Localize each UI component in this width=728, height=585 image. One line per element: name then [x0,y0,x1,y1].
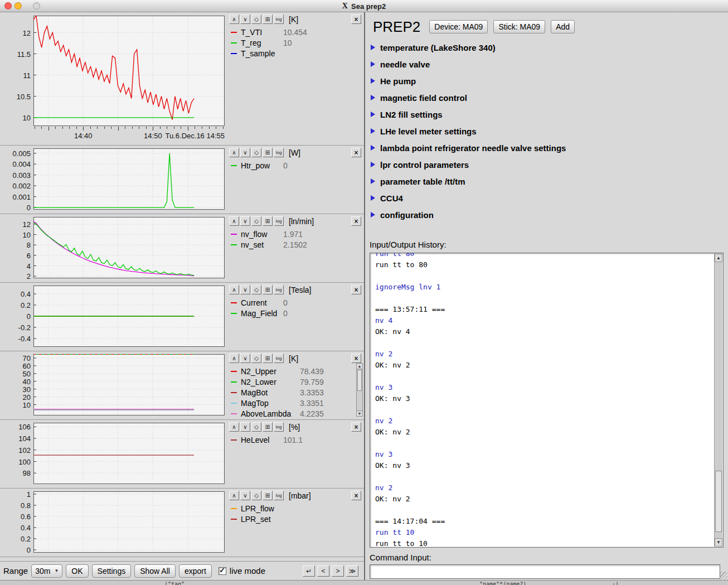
chart-plot[interactable] [33,423,225,484]
tree-item[interactable]: He pump [365,72,728,89]
chart-plot[interactable] [33,148,225,210]
zoom-grid-button[interactable]: ⊞ [263,148,273,157]
tree-item[interactable]: lambda point refrigerator needle valve s… [365,139,728,156]
chart-close-button[interactable]: × [351,354,361,363]
autoscale-button[interactable]: ◇ [251,422,261,432]
zoom-grid-button[interactable]: ⊞ [263,354,273,363]
autoscale-button[interactable]: ◇ [251,491,261,500]
log-scale-button[interactable]: log [274,216,284,226]
log-scale-button[interactable]: log [274,148,284,157]
sea-prep2-window: X Sea prep2 1211.51110.51014:4014:50Tu.6… [0,0,728,585]
scale-down-button[interactable]: ∨ [240,422,250,432]
scale-down-button[interactable]: ∨ [240,285,250,294]
scale-up-button[interactable]: ∧ [229,422,239,432]
tree-item-label: temperature (LakeShore 340) [380,43,496,52]
log-scale-button[interactable]: log [274,285,284,294]
chart-plot[interactable] [33,354,225,415]
scale-up-button[interactable]: ∧ [229,216,239,226]
tree-item[interactable]: CCU4 [365,190,728,206]
settings-button[interactable]: Settings [92,564,132,578]
chart-close-button[interactable]: × [351,148,361,157]
tree-item[interactable]: configuration [365,206,728,223]
autoscale-button[interactable]: ◇ [251,216,261,226]
add-button[interactable]: Add [551,20,575,33]
legend-scroll-thumb[interactable] [357,370,362,391]
series-color-dash [231,244,237,245]
scroll-thumb[interactable] [715,471,722,532]
scroll-down-icon[interactable]: ▼ [715,538,722,547]
scale-down-button[interactable]: ∨ [240,216,250,226]
tree-item[interactable]: parameter table /tt/tm [365,173,728,190]
log-scale-button[interactable]: log [274,14,284,24]
history-nav-group: ↵ < > ≫ [303,565,358,577]
tree-item[interactable]: LHe level meter settings [365,123,728,139]
chart-close-button[interactable]: × [351,422,361,432]
scale-down-button[interactable]: ∨ [240,491,250,500]
y-tick-label: 50 [23,370,31,378]
scroll-down-icon[interactable]: ▼ [357,410,362,416]
zoom-grid-button[interactable]: ⊞ [263,491,273,500]
history-scrollbar[interactable]: ▲ ▼ [714,254,722,547]
scale-down-button[interactable]: ∨ [240,354,250,363]
autoscale-button[interactable]: ◇ [251,354,261,363]
legend-scrollbar[interactable]: ▲▼ [356,363,363,417]
chart-plot[interactable] [33,286,225,347]
log-scale-button[interactable]: log [274,422,284,432]
scroll-up-icon[interactable]: ▲ [357,364,362,369]
series-color-dash [231,53,237,54]
zoom-grid-button[interactable]: ⊞ [263,422,273,432]
tree-item-label: LN2 fill settings [380,110,443,119]
resize-grip[interactable] [720,572,727,579]
autoscale-button[interactable]: ◇ [251,14,261,24]
triangle-icon [371,112,375,117]
history-line: nv 2 [375,415,710,427]
y-tick-label: 6 [27,252,31,260]
chart-toolbar: ∧∨◇⊞log[ln/min]× [229,216,364,226]
history-text[interactable]: run tt 80run tt to 80 ignoreMsg lnv 1 ==… [375,253,710,548]
y-tick-label: 104 [18,434,31,443]
step-forward-button[interactable]: > [332,565,344,577]
window-titlebar[interactable]: X Sea prep2 [0,0,728,12]
range-select[interactable]: 30m ▼ [31,564,62,578]
chart-plot[interactable] [33,491,225,553]
ok-button[interactable]: OK [66,564,88,578]
chart-close-button[interactable]: × [351,14,361,24]
redraw-button[interactable]: ↵ [303,565,315,577]
chart-plot[interactable] [33,16,225,126]
tree-item[interactable]: needle valve [365,56,728,72]
tree-item[interactable]: lpr control parameters [365,156,728,173]
history-line: run tt 80 [375,253,710,259]
y-tick-label: 0.4 [21,524,31,532]
show-all-button[interactable]: Show All [134,564,176,578]
autoscale-button[interactable]: ◇ [251,285,261,294]
jump-latest-button[interactable]: ≫ [346,565,358,577]
log-scale-button[interactable]: log [274,491,284,500]
live-mode-checkbox[interactable]: ✓ [219,567,226,575]
chart-close-button[interactable]: × [351,216,361,226]
scale-up-button[interactable]: ∧ [229,14,239,24]
scale-up-button[interactable]: ∧ [229,491,239,500]
log-scale-button[interactable]: log [274,354,284,363]
device-button[interactable]: Device: MA09 [429,20,488,33]
export-button[interactable]: export [179,564,212,578]
chart-plot[interactable] [33,217,225,278]
scale-up-button[interactable]: ∧ [229,148,239,157]
tree-item[interactable]: magnetic field control [365,89,728,106]
command-input[interactable] [370,564,720,579]
scale-up-button[interactable]: ∧ [229,354,239,363]
zoom-grid-button[interactable]: ⊞ [263,14,273,24]
scale-down-button[interactable]: ∨ [240,14,250,24]
scroll-up-icon[interactable]: ▲ [715,254,722,262]
scale-down-button[interactable]: ∨ [240,148,250,157]
zoom-grid-button[interactable]: ⊞ [263,216,273,226]
history-line: === 14:17:04 === [375,516,710,527]
stick-button[interactable]: Stick: MA09 [493,20,545,33]
chart-close-button[interactable]: × [351,285,361,294]
autoscale-button[interactable]: ◇ [251,148,261,157]
step-back-button[interactable]: < [317,565,329,577]
zoom-grid-button[interactable]: ⊞ [263,285,273,294]
tree-item[interactable]: LN2 fill settings [365,106,728,123]
chart-close-button[interactable]: × [351,491,361,500]
scale-up-button[interactable]: ∧ [229,285,239,294]
tree-item[interactable]: temperature (LakeShore 340) [365,39,728,56]
